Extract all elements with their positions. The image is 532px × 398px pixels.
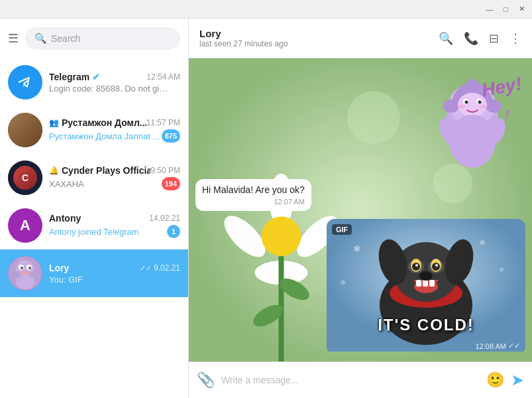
svg-text:❄: ❄ xyxy=(340,279,346,287)
verified-icon: ✔ xyxy=(92,72,100,82)
badge-antony: 1 xyxy=(167,225,180,238)
sticker-message: Hey! ! xyxy=(195,65,525,171)
search-box[interactable]: 🔍 xyxy=(25,27,180,50)
chat-name-cynder: 🔔 Cynder Plays Official xyxy=(49,165,150,176)
minimize-button[interactable]: — xyxy=(484,4,495,15)
svg-point-52 xyxy=(412,263,420,271)
phone-icon[interactable]: 📞 xyxy=(464,31,478,46)
svg-point-53 xyxy=(432,263,440,271)
chat-info-rustamjon: 👥 Рустамжон Домл... 11:57 PM Рустамжон Д… xyxy=(49,117,180,143)
bubble-meta: 12:07 AM xyxy=(202,198,305,206)
avatar-lory xyxy=(8,256,42,291)
hey-sticker: Hey! ! xyxy=(419,65,525,171)
message-row-text: Hi Malavida! Are you ok? 12:07 AM xyxy=(195,179,525,211)
close-button[interactable]: ✕ xyxy=(516,4,527,15)
chat-header-status: last seen 27 minutes ago xyxy=(199,39,431,48)
svg-point-40 xyxy=(449,115,496,168)
chat-item-lory[interactable]: Lory ✓✓ 9.02.21 You: GIF xyxy=(0,249,188,297)
chat-info-lory: Lory ✓✓ 9.02.21 You: GIF xyxy=(49,263,180,285)
tick-icon: ✓✓ xyxy=(140,264,152,272)
chat-time-cynder: 9:50 PM xyxy=(150,166,180,175)
header-icons: 🔍 📞 ⊟ ⋮ xyxy=(439,31,521,46)
chat-name-rustamjon: 👥 Рустамжон Домл... xyxy=(49,117,146,128)
svg-point-7 xyxy=(28,267,31,269)
chat-header-info: Lory last seen 27 minutes ago xyxy=(199,28,431,48)
gif-bubble: ❄ ❄ ❄ ❄ GIF IT'S COLD! 12:08 AM ✓✓ xyxy=(327,219,525,354)
chat-header: Lory last seen 27 minutes ago 🔍 📞 ⊟ ⋮ xyxy=(189,19,532,58)
messages-container: Hey! ! Hi Malavida! Are you ok? 12:07 AM xyxy=(195,65,525,357)
gif-badge: GIF xyxy=(332,224,352,235)
svg-point-54 xyxy=(415,264,418,267)
emoji-icon[interactable]: 🙂 xyxy=(486,371,504,389)
chat-header-name: Lory xyxy=(199,28,431,39)
svg-text:!: ! xyxy=(504,107,511,122)
badge-rustamjon: 875 xyxy=(162,129,180,143)
chat-time-rustamjon: 11:57 PM xyxy=(146,118,180,127)
gif-time: 12:08 AM ✓✓ xyxy=(476,342,520,350)
chat-info-telegram: Telegram ✔ 12:54 AM Login code: 85688. D… xyxy=(49,72,180,94)
chat-name-antony: Antony xyxy=(49,213,81,224)
attach-icon[interactable]: 📎 xyxy=(197,371,215,389)
svg-rect-57 xyxy=(416,280,421,287)
svg-point-34 xyxy=(465,101,468,104)
muted-icon: 🔔 xyxy=(49,166,59,175)
avatar-antony: A xyxy=(8,208,42,243)
chat-preview-lory: You: GIF xyxy=(49,275,83,285)
app-container: ☰ 🔍 Telegram ✔ 12:54 AM xyxy=(0,19,532,398)
chat-list: Telegram ✔ 12:54 AM Login code: 85688. D… xyxy=(0,58,188,398)
message-time: 12:07 AM xyxy=(274,198,304,206)
chat-time-lory: ✓✓ 9.02.21 xyxy=(140,263,180,273)
chat-name-lory: Lory xyxy=(49,263,69,273)
send-button[interactable]: ➤ xyxy=(511,371,524,389)
gif-overlay-text: IT'S COLD! xyxy=(327,316,525,334)
chat-time-telegram: 12:54 AM xyxy=(146,72,180,82)
svg-rect-59 xyxy=(429,280,435,287)
message-input[interactable] xyxy=(221,369,480,391)
chat-info-antony: Antony 14.02.21 Antony joined Telegram 1 xyxy=(49,213,180,238)
sidebar-header: ☰ 🔍 xyxy=(0,19,188,58)
avatar-cynder: C xyxy=(8,161,42,195)
more-options-icon[interactable]: ⋮ xyxy=(509,31,521,46)
svg-point-10 xyxy=(29,271,36,278)
svg-point-37 xyxy=(480,105,488,109)
svg-point-60 xyxy=(419,271,433,281)
svg-point-29 xyxy=(486,100,502,113)
bubble-text: Hi Malavida! Are you ok? xyxy=(202,184,305,195)
svg-point-36 xyxy=(457,105,465,109)
chat-info-cynder: 🔔 Cynder Plays Official 9:50 PM ХАХАНА 1… xyxy=(49,165,180,190)
maximize-button[interactable]: □ xyxy=(500,4,511,15)
svg-point-6 xyxy=(21,267,23,269)
svg-rect-58 xyxy=(423,280,428,287)
svg-text:❄: ❄ xyxy=(479,238,486,247)
group-icon: 👥 xyxy=(49,118,59,127)
dual-screen-icon[interactable]: ⊟ xyxy=(489,31,499,46)
chat-item-telegram[interactable]: Telegram ✔ 12:54 AM Login code: 85688. D… xyxy=(0,58,188,106)
svg-point-28 xyxy=(443,100,459,113)
avatar-telegram xyxy=(8,65,42,100)
chat-preview-antony: Antony joined Telegram xyxy=(49,227,139,237)
chat-preview-cynder: ХАХАНА xyxy=(49,179,84,189)
chat-item-rustamjon[interactable]: 👥 Рустамжон Домл... 11:57 PM Рустамжон Д… xyxy=(0,106,188,154)
chat-panel: Lory last seen 27 minutes ago 🔍 📞 ⊟ ⋮ xyxy=(189,19,532,398)
svg-text:❄: ❄ xyxy=(499,266,504,273)
message-row-gif: ❄ ❄ ❄ ❄ GIF IT'S COLD! 12:08 AM ✓✓ xyxy=(195,219,525,354)
svg-point-35 xyxy=(478,101,482,104)
chat-time-antony: 14.02.21 xyxy=(149,214,180,223)
hamburger-icon[interactable]: ☰ xyxy=(8,31,19,46)
svg-text:❄: ❄ xyxy=(353,243,361,254)
badge-cynder: 194 xyxy=(162,177,180,190)
titlebar: — □ ✕ xyxy=(0,0,532,19)
search-input[interactable] xyxy=(51,33,171,44)
svg-point-8 xyxy=(21,271,29,275)
chat-preview-telegram: Login code: 85688. Do not give thi... xyxy=(49,84,168,94)
svg-text:Hey!: Hey! xyxy=(480,73,523,100)
search-chat-icon[interactable]: 🔍 xyxy=(439,31,453,46)
svg-point-55 xyxy=(435,264,438,267)
input-area: 📎 🙂 ➤ xyxy=(189,362,532,398)
chat-preview-rustamjon: Рустамжон Домла Jannat ... xyxy=(49,131,160,141)
bubble-received: Hi Malavida! Are you ok? 12:07 AM xyxy=(195,179,311,211)
chat-item-cynder[interactable]: C 🔔 Cynder Plays Official 9:50 PM ХАХАНА… xyxy=(0,154,188,202)
search-icon: 🔍 xyxy=(34,33,47,44)
messages-area: Hey! ! Hi Malavida! Are you ok? 12:07 AM xyxy=(189,58,532,362)
chat-item-antony[interactable]: A Antony 14.02.21 Antony joined Telegram… xyxy=(0,202,188,249)
